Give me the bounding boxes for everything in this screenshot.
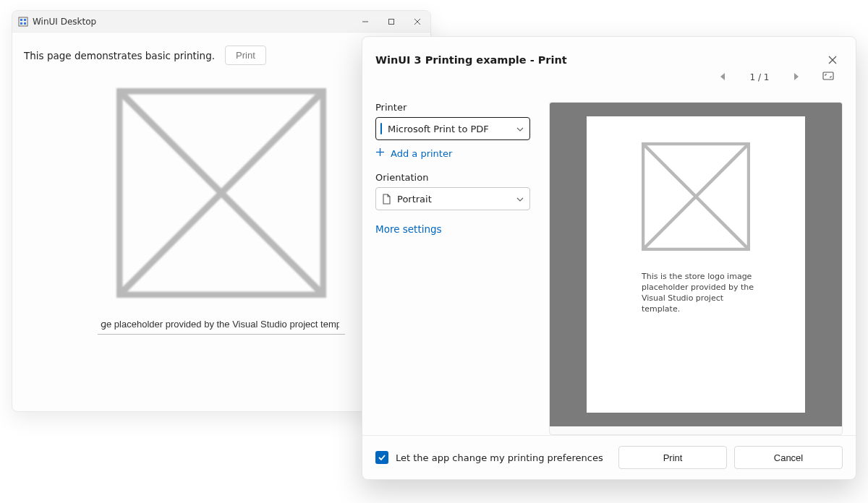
chevron-down-icon (516, 194, 524, 204)
settings-panel: Printer Microsoft Print to PDF Add a pri… (375, 102, 535, 435)
prev-page-button[interactable] (717, 72, 728, 82)
placeholder-image (116, 88, 326, 300)
preview-placeholder-image (642, 142, 750, 253)
chevron-down-icon (516, 124, 524, 134)
minimize-button[interactable] (352, 11, 378, 33)
app-icon (18, 17, 28, 27)
svg-marker-15 (794, 73, 799, 80)
svg-rect-3 (20, 22, 22, 25)
maximize-button[interactable] (378, 11, 404, 33)
preview-page: This is the store logo image placeholder… (587, 116, 805, 413)
preview-caption: This is the store logo image placeholder… (642, 272, 757, 314)
orientation-label: Orientation (375, 172, 535, 183)
window-controls (352, 11, 430, 33)
printer-combobox[interactable]: Microsoft Print to PDF (375, 117, 530, 140)
print-preview: This is the store logo image placeholder… (549, 102, 843, 435)
dialog-print-button[interactable]: Print (618, 446, 727, 469)
orientation-combobox[interactable]: Portrait (375, 187, 530, 210)
print-dialog: WinUI 3 Printing example - Print 1 / 1 P… (362, 36, 856, 480)
titlebar-title: WinUI Desktop (33, 17, 352, 27)
preview-nav: 1 / 1 (704, 72, 856, 84)
portrait-icon (382, 194, 391, 205)
let-app-change-checkbox[interactable] (375, 451, 388, 464)
svg-rect-1 (20, 19, 22, 21)
svg-rect-16 (823, 72, 833, 79)
svg-rect-4 (24, 22, 26, 25)
svg-rect-6 (389, 19, 394, 24)
let-app-change-label: Let the app change my printing preferenc… (396, 452, 603, 463)
svg-rect-0 (19, 17, 27, 26)
close-button[interactable] (404, 11, 430, 33)
svg-rect-2 (24, 19, 26, 21)
dialog-close-button[interactable] (822, 50, 843, 70)
caption-input[interactable] (98, 314, 345, 335)
more-settings-link[interactable]: More settings (375, 223, 535, 235)
add-printer-label: Add a printer (391, 148, 452, 159)
dialog-title: WinUI 3 Printing example - Print (375, 54, 822, 66)
add-printer-link[interactable]: Add a printer (375, 147, 535, 159)
dialog-cancel-button[interactable]: Cancel (734, 446, 843, 469)
svg-marker-14 (720, 73, 725, 80)
titlebar[interactable]: WinUI Desktop (12, 11, 430, 33)
print-button[interactable]: Print (225, 46, 266, 65)
printer-label: Printer (375, 102, 535, 113)
printer-selected-value: Microsoft Print to PDF (388, 124, 489, 134)
dialog-footer: Let the app change my printing preferenc… (362, 435, 856, 479)
plus-icon (375, 147, 385, 159)
page-indicator: 1 / 1 (749, 72, 770, 82)
page-description: This page demonstrates basic printing. (24, 50, 215, 61)
fit-page-button[interactable] (822, 72, 834, 82)
next-page-button[interactable] (791, 72, 802, 82)
orientation-selected-value: Portrait (397, 194, 432, 205)
